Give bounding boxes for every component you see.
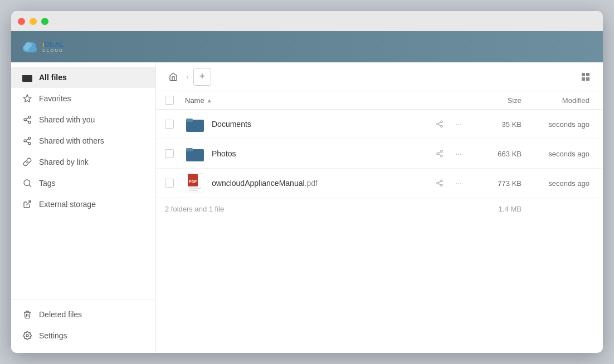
file-size-manual: 773 KB — [466, 179, 522, 188]
row-checkbox-col — [165, 149, 185, 158]
svg-line-51 — [438, 184, 441, 185]
table-row[interactable]: Photos ··· — [156, 139, 603, 169]
sidebar-label-external-storage: External storage — [39, 200, 96, 209]
folder-icon — [22, 72, 32, 82]
sidebar-item-shared-with-others[interactable]: Shared with others — [11, 130, 155, 151]
svg-point-50 — [441, 184, 443, 186]
row-checkbox-photos[interactable] — [165, 149, 174, 158]
gear-icon — [22, 331, 32, 341]
table-row[interactable]: PDF owncloudApplianceManual.pdf — [156, 169, 603, 198]
toolbar: › + — [156, 62, 603, 91]
svg-point-15 — [28, 142, 31, 145]
svg-point-49 — [437, 182, 439, 184]
share-action-button[interactable] — [432, 117, 447, 131]
maximize-button[interactable] — [41, 18, 48, 25]
row-checkbox-manual[interactable] — [165, 179, 174, 188]
share-action-button[interactable] — [432, 146, 447, 161]
file-name-cell: Documents — [185, 114, 421, 134]
row-checkbox-col — [165, 120, 185, 129]
svg-point-39 — [441, 155, 443, 157]
sidebar-item-shared-with-you[interactable]: Shared with you — [11, 109, 155, 130]
footer-total-size: 1.4 MB — [466, 205, 522, 213]
sidebar-item-favorites[interactable]: Favorites — [11, 88, 155, 109]
column-header-modified: Modified — [522, 96, 594, 105]
svg-line-41 — [438, 152, 441, 153]
svg-point-4 — [25, 42, 32, 48]
link-icon — [22, 157, 32, 167]
home-button[interactable] — [165, 68, 182, 85]
share-action-button[interactable] — [432, 176, 447, 190]
file-modified-manual: seconds ago — [522, 179, 594, 188]
sidebar: All files Favorites — [11, 62, 156, 353]
row-actions-photos: ··· — [421, 146, 466, 161]
svg-point-21 — [26, 335, 28, 337]
breadcrumb-separator: › — [186, 72, 189, 81]
header-checkbox-col — [165, 96, 185, 105]
add-button[interactable]: + — [193, 68, 211, 86]
sidebar-item-deleted-files[interactable]: Deleted files — [11, 304, 155, 325]
share-icon — [22, 115, 32, 125]
table-row[interactable]: Documents ··· — [156, 110, 603, 139]
sidebar-top: All files Favorites — [11, 67, 155, 299]
table-footer: 2 folders and 1 file 1.4 MB — [156, 198, 603, 220]
svg-line-52 — [438, 181, 441, 183]
sidebar-item-shared-by-link[interactable]: Shared by link — [11, 151, 155, 173]
select-all-checkbox[interactable] — [165, 96, 174, 105]
svg-line-12 — [26, 117, 29, 119]
header-bar: iDEAL CLOUD — [11, 31, 603, 62]
svg-line-40 — [438, 154, 441, 155]
file-name-cell: Photos — [185, 144, 421, 164]
svg-point-37 — [441, 150, 443, 153]
logo-cloud-icon — [20, 39, 40, 55]
svg-text:PDF: PDF — [189, 180, 197, 184]
more-action-button[interactable]: ··· — [451, 176, 466, 190]
logo-brand: iDEAL — [42, 41, 64, 48]
sidebar-item-settings[interactable]: Settings — [11, 325, 155, 346]
svg-point-8 — [28, 116, 31, 118]
minimize-button[interactable] — [30, 18, 37, 25]
column-header-name[interactable]: Name ▲ — [185, 96, 466, 105]
svg-rect-6 — [22, 75, 26, 77]
row-actions-documents: ··· — [421, 117, 466, 131]
sidebar-label-deleted-files: Deleted files — [39, 310, 82, 319]
svg-line-17 — [26, 139, 29, 140]
logo-text-block: iDEAL CLOUD — [42, 41, 64, 53]
star-icon — [22, 94, 32, 104]
svg-point-10 — [28, 121, 31, 124]
row-checkbox-documents[interactable] — [165, 120, 174, 129]
svg-line-20 — [27, 201, 31, 205]
file-size-photos: 663 KB — [466, 150, 522, 158]
sidebar-label-shared-with-others: Shared with others — [39, 136, 104, 145]
sidebar-label-settings: Settings — [39, 331, 67, 340]
sidebar-item-external-storage[interactable]: External storage — [11, 194, 155, 215]
more-action-button[interactable]: ··· — [451, 117, 466, 131]
pdf-icon-manual: PDF — [185, 173, 205, 193]
svg-rect-47 — [189, 190, 198, 191]
svg-point-30 — [437, 123, 439, 125]
sidebar-bottom: Deleted files Settings — [11, 299, 155, 353]
more-action-button[interactable]: ··· — [451, 146, 466, 161]
file-name-cell: PDF owncloudApplianceManual.pdf — [185, 173, 421, 193]
svg-rect-28 — [186, 119, 193, 122]
svg-rect-22 — [582, 73, 585, 76]
sidebar-label-shared-with-you: Shared with you — [39, 115, 95, 124]
sidebar-label-tags: Tags — [39, 179, 56, 188]
sidebar-label-shared-by-link: Shared by link — [39, 158, 89, 166]
row-actions-manual: ··· — [421, 176, 466, 190]
file-name-manual: owncloudApplianceManual.pdf — [212, 179, 318, 188]
svg-rect-36 — [186, 148, 193, 151]
svg-rect-46 — [189, 188, 201, 189]
sidebar-item-tags[interactable]: Tags — [11, 173, 155, 194]
footer-summary: 2 folders and 1 file — [165, 205, 421, 213]
row-checkbox-col — [165, 179, 185, 188]
grid-view-button[interactable] — [577, 68, 594, 85]
sidebar-item-all-files[interactable]: All files — [11, 67, 155, 88]
file-name-photos: Photos — [212, 149, 236, 158]
svg-rect-24 — [582, 77, 585, 81]
file-area: › + — [156, 62, 603, 353]
sort-arrow-icon: ▲ — [207, 97, 212, 104]
svg-line-16 — [26, 141, 29, 143]
file-modified-documents: seconds ago — [522, 120, 594, 129]
folder-icon-documents — [185, 114, 205, 134]
close-button[interactable] — [18, 18, 25, 25]
